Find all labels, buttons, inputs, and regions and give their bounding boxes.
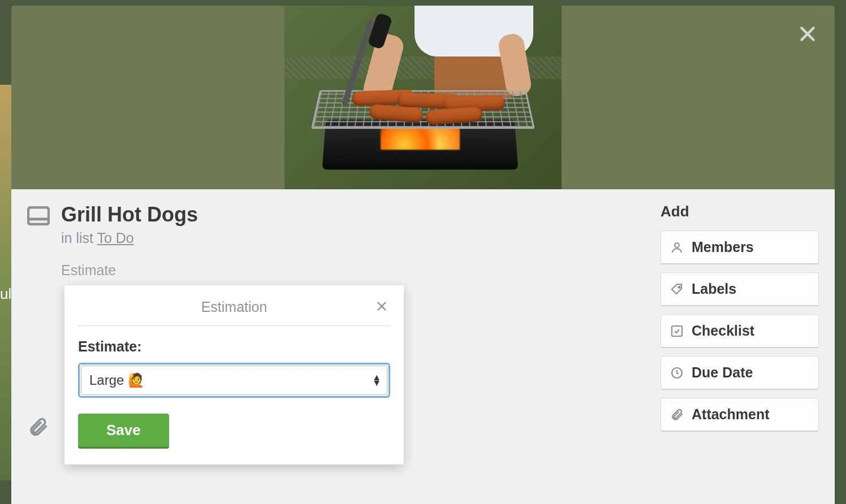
list-link[interactable]: To Do	[97, 230, 133, 246]
svg-rect-2	[28, 207, 49, 224]
attachment-icon	[27, 416, 50, 440]
estimate-field-label: Estimate:	[78, 338, 390, 355]
card-icon	[27, 206, 50, 227]
attachment-label: Attachment	[692, 406, 770, 423]
popover-close-button[interactable]	[375, 300, 388, 315]
checklist-button[interactable]: Checklist	[661, 314, 819, 348]
svg-point-4	[675, 243, 679, 247]
clock-icon	[670, 366, 684, 380]
due-date-button[interactable]: Due Date	[661, 356, 819, 390]
close-modal-button[interactable]	[797, 24, 818, 46]
labels-label: Labels	[692, 281, 736, 297]
in-list-prefix: in list	[61, 230, 97, 246]
popover-title: Estimation	[201, 299, 267, 315]
estimate-select-wrap: Large 🙋 ▲▼	[78, 363, 390, 398]
tag-icon	[670, 283, 684, 296]
list-reference: in list To Do	[61, 230, 647, 246]
svg-point-5	[679, 286, 680, 288]
svg-rect-3	[28, 218, 49, 220]
sidebar: Add Members Labels	[661, 203, 819, 504]
card-title[interactable]: Grill Hot Dogs	[61, 203, 198, 227]
sidebar-add-heading: Add	[661, 203, 819, 220]
estimate-section-label: Estimate	[61, 262, 647, 279]
cover-image	[284, 6, 562, 189]
members-label: Members	[692, 239, 754, 255]
due-date-label: Due Date	[692, 364, 753, 381]
cover-area[interactable]	[11, 6, 835, 189]
checklist-icon	[670, 324, 684, 338]
attachment-button[interactable]: Attachment	[661, 398, 819, 432]
background-text-fragment: ul	[0, 285, 11, 303]
checklist-label: Checklist	[692, 323, 754, 339]
popover-header: Estimation	[78, 293, 390, 326]
svg-rect-6	[672, 326, 682, 336]
person-icon	[670, 241, 684, 254]
members-button[interactable]: Members	[661, 231, 819, 264]
estimate-select[interactable]: Large 🙋 ▲▼	[81, 366, 387, 395]
background-photo-strip	[0, 85, 11, 480]
labels-button[interactable]: Labels	[661, 272, 819, 306]
estimate-selected-value: Large 🙋	[89, 372, 145, 388]
save-button[interactable]: Save	[78, 414, 169, 449]
select-arrows-icon: ▲▼	[372, 375, 381, 386]
paperclip-icon	[670, 408, 684, 422]
estimation-popover: Estimation Estimate: Large 🙋 ▲▼ Save	[64, 285, 404, 464]
